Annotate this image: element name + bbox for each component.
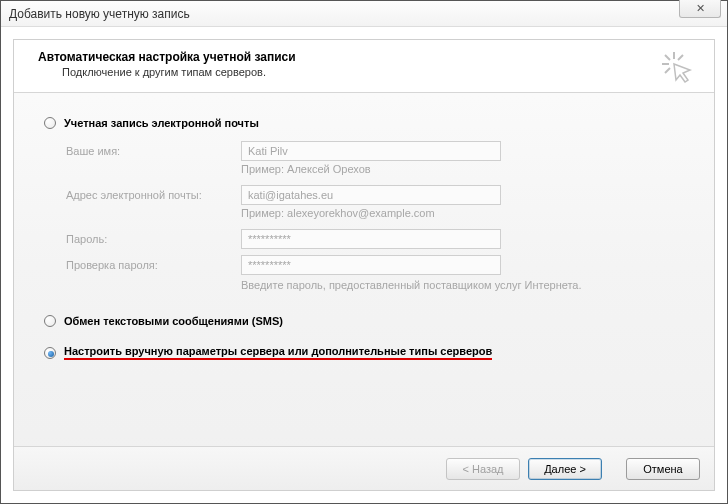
cursor-click-icon	[660, 50, 696, 88]
email-fields-block: Ваше имя: Пример: Алексей Орехов Адрес э…	[66, 141, 684, 291]
titlebar: Добавить новую учетную запись ✕	[1, 1, 727, 27]
svg-line-2	[665, 55, 670, 60]
password-confirm-input	[241, 255, 501, 275]
dialog-body: Автоматическая настройка учетной записи …	[13, 39, 715, 491]
header-title: Автоматическая настройка учетной записи	[38, 50, 696, 64]
option-manual-config[interactable]: Настроить вручную параметры сервера или …	[44, 345, 684, 360]
option-label: Настроить вручную параметры сервера или …	[64, 345, 492, 360]
back-button: < Назад	[446, 458, 520, 480]
next-button[interactable]: Далее >	[528, 458, 602, 480]
option-sms[interactable]: Обмен текстовыми сообщениями (SMS)	[44, 315, 684, 327]
header-section: Автоматическая настройка учетной записи …	[14, 40, 714, 93]
svg-line-3	[678, 55, 683, 60]
svg-line-4	[665, 68, 670, 73]
password-confirm-label: Проверка пароля:	[66, 259, 241, 271]
email-label: Адрес электронной почты:	[66, 189, 241, 201]
password-hint: Введите пароль, предоставленный поставщи…	[241, 279, 684, 291]
option-email-account[interactable]: Учетная запись электронной почты	[44, 117, 684, 129]
form-area: Учетная запись электронной почты Ваше им…	[14, 93, 714, 360]
header-subtitle: Подключение к другим типам серверов.	[38, 64, 696, 78]
dialog-window: Добавить новую учетную запись ✕ Автомати…	[0, 0, 728, 504]
password-label: Пароль:	[66, 233, 241, 245]
email-example: Пример: alexeyorekhov@example.com	[241, 207, 684, 219]
window-title: Добавить новую учетную запись	[9, 7, 190, 21]
name-example: Пример: Алексей Орехов	[241, 163, 684, 175]
email-input	[241, 185, 501, 205]
option-label: Учетная запись электронной почты	[64, 117, 259, 129]
name-input	[241, 141, 501, 161]
radio-icon	[44, 315, 56, 327]
footer-buttons: < Назад Далее > Отмена	[14, 446, 714, 490]
radio-icon	[44, 347, 56, 359]
radio-icon	[44, 117, 56, 129]
close-icon: ✕	[696, 2, 705, 15]
option-label: Обмен текстовыми сообщениями (SMS)	[64, 315, 283, 327]
close-button[interactable]: ✕	[679, 0, 721, 18]
cancel-button[interactable]: Отмена	[626, 458, 700, 480]
name-label: Ваше имя:	[66, 145, 241, 157]
password-input	[241, 229, 501, 249]
